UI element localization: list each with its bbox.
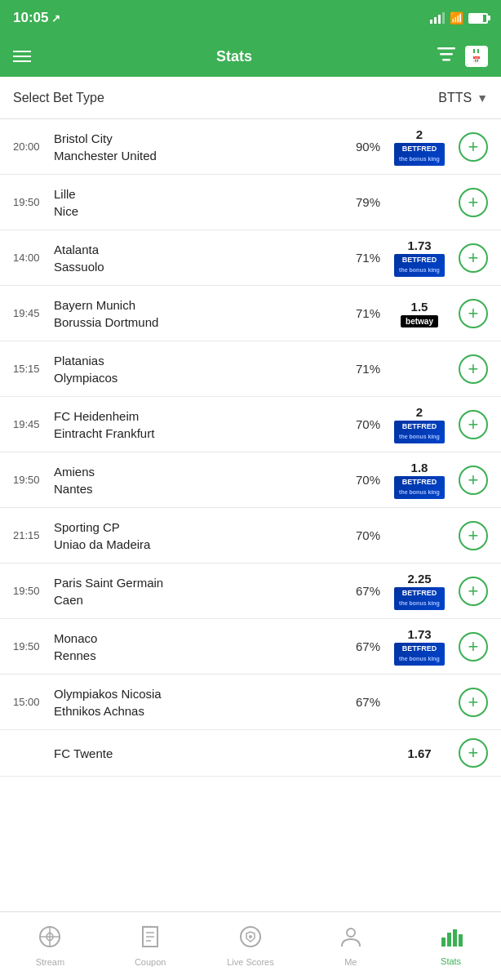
- match-odds: 1.5 betway: [387, 300, 452, 327]
- match-percentage: 71%: [349, 306, 387, 320]
- betfred-badge[interactable]: BETFREDthe bonus king: [394, 254, 445, 276]
- match-percentage: 71%: [349, 251, 387, 265]
- match-teams: Amiens Nantes: [54, 463, 349, 497]
- add-button[interactable]: +: [459, 410, 488, 439]
- match-time: 19:45: [13, 418, 47, 430]
- match-time: 14:00: [13, 252, 47, 264]
- status-icons: 📶: [430, 11, 488, 24]
- chevron-down-icon: ▼: [477, 91, 488, 105]
- betfred-badge[interactable]: BETFREDthe bonus king: [394, 476, 445, 498]
- home-team: Bristol City: [54, 130, 349, 147]
- match-percentage: 67%: [349, 695, 387, 709]
- add-button[interactable]: +: [459, 632, 488, 662]
- add-button[interactable]: +: [459, 688, 488, 717]
- svg-rect-15: [459, 934, 463, 947]
- match-odds: 1.8 BETFREDthe bonus king: [387, 461, 452, 498]
- away-team: Ethnikos Achnas: [54, 702, 349, 719]
- stats-icon: [440, 926, 463, 953]
- away-team: Borussia Dortmund: [54, 314, 349, 331]
- add-button[interactable]: +: [459, 466, 488, 495]
- nav-item-stats[interactable]: Stats: [401, 912, 501, 980]
- match-teams: Atalanta Sassuolo: [54, 241, 349, 275]
- match-percentage: 67%: [349, 584, 387, 598]
- match-teams: Paris Saint Germain Caen: [54, 574, 349, 608]
- svg-rect-1: [440, 53, 453, 56]
- svg-point-10: [249, 935, 252, 938]
- table-row: 21:15 Sporting CP Uniao da Madeira 70% +: [0, 508, 501, 564]
- add-button[interactable]: +: [459, 188, 488, 217]
- away-team: Nice: [54, 203, 349, 220]
- add-button[interactable]: +: [459, 243, 488, 273]
- match-odds: 1.73 BETFREDthe bonus king: [387, 238, 452, 276]
- nav-label-livescores: Live Scores: [227, 957, 273, 967]
- match-time: 19:45: [13, 307, 47, 319]
- svg-rect-12: [441, 938, 446, 947]
- match-odds: 2 BETFREDthe bonus king: [387, 127, 452, 165]
- nav-label-me: Me: [344, 957, 357, 967]
- add-button[interactable]: +: [459, 132, 488, 162]
- nav-label-stats: Stats: [441, 956, 461, 966]
- match-percentage: 71%: [349, 362, 387, 376]
- nav-bar: Stats 📅: [0, 36, 501, 77]
- match-time: 19:50: [13, 585, 47, 597]
- away-team: Manchester United: [54, 147, 349, 164]
- match-teams: Monaco Rennes: [54, 630, 349, 664]
- match-teams: Lille Nice: [54, 185, 349, 220]
- away-team: Sassuolo: [54, 258, 349, 275]
- betway-badge[interactable]: betway: [401, 315, 438, 327]
- coupon-icon: [140, 925, 161, 954]
- filter-icon[interactable]: [437, 47, 455, 66]
- bet-type-value[interactable]: BTTS ▼: [438, 91, 488, 105]
- nav-item-me[interactable]: Me: [300, 912, 401, 980]
- match-odds: 2.25 BETFREDthe bonus king: [387, 572, 452, 609]
- add-button[interactable]: +: [459, 738, 488, 768]
- match-time: 15:00: [13, 696, 47, 708]
- nav-item-coupon[interactable]: Coupon: [100, 912, 201, 980]
- home-team: Amiens: [54, 463, 349, 480]
- add-button[interactable]: +: [459, 354, 488, 384]
- content-area: Select Bet Type BTTS ▼ 20:00 Bristol Cit…: [0, 77, 501, 777]
- match-percentage: 70%: [349, 473, 387, 487]
- match-time: 19:50: [13, 474, 47, 486]
- nav-item-livescores[interactable]: Live Scores: [201, 912, 301, 980]
- table-row: 19:45 FC Heidenheim Eintracht Frankfurt …: [0, 397, 501, 452]
- betfred-badge[interactable]: BETFREDthe bonus king: [394, 587, 445, 609]
- table-row: 19:45 Bayern Munich Borussia Dortmund 71…: [0, 286, 501, 341]
- nav-label-stream: Stream: [36, 957, 64, 967]
- home-team: FC Twente: [54, 745, 349, 762]
- table-row: FC Twente 1.67 +: [0, 730, 501, 777]
- home-team: Lille: [54, 185, 349, 203]
- add-button[interactable]: +: [459, 299, 488, 328]
- betfred-badge[interactable]: BETFREDthe bonus king: [394, 143, 445, 165]
- match-time: 21:15: [13, 529, 47, 541]
- table-row: 15:15 Platanias Olympiacos 71% +: [0, 341, 501, 397]
- betfred-badge[interactable]: BETFREDthe bonus king: [394, 421, 445, 443]
- me-icon: [340, 925, 361, 954]
- add-button[interactable]: +: [459, 577, 488, 606]
- match-percentage: 70%: [349, 528, 387, 542]
- add-button[interactable]: +: [459, 521, 488, 550]
- betfred-badge[interactable]: BETFREDthe bonus king: [394, 643, 445, 665]
- match-teams: FC Heidenheim Eintracht Frankfurt: [54, 408, 349, 442]
- match-teams: Sporting CP Uniao da Madeira: [54, 519, 349, 553]
- match-teams: FC Twente: [54, 745, 349, 762]
- away-team: Eintracht Frankfurt: [54, 425, 349, 442]
- page-title: Stats: [216, 48, 252, 65]
- stream-icon: [38, 925, 61, 954]
- svg-point-11: [347, 929, 355, 937]
- away-team: Caen: [54, 591, 349, 608]
- nav-item-stream[interactable]: Stream: [0, 912, 100, 980]
- match-odds: 1.73 BETFREDthe bonus king: [387, 627, 452, 665]
- match-list: 20:00 Bristol City Manchester United 90%…: [0, 119, 501, 777]
- hamburger-menu[interactable]: [13, 51, 31, 62]
- svg-rect-2: [442, 59, 450, 61]
- table-row: 19:50 Amiens Nantes 70% 1.8 BETFREDthe b…: [0, 452, 501, 508]
- bet-type-label: Select Bet Type: [13, 91, 104, 105]
- match-teams: Bayern Munich Borussia Dortmund: [54, 296, 349, 331]
- match-time: 20:00: [13, 140, 47, 153]
- calendar-icon[interactable]: 📅: [465, 46, 488, 67]
- signal-icon: [430, 12, 445, 24]
- match-odds: 1.67: [387, 746, 452, 760]
- table-row: 14:00 Atalanta Sassuolo 71% 1.73 BETFRED…: [0, 230, 501, 286]
- bet-type-selector[interactable]: Select Bet Type BTTS ▼: [0, 77, 501, 119]
